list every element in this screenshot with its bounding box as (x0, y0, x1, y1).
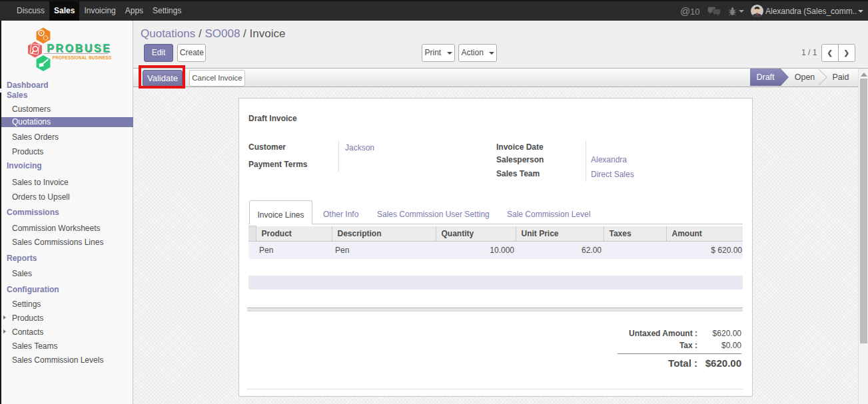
svg-text:PROFESSIONAL BUSINESS: PROFESSIONAL BUSINESS (53, 55, 112, 60)
svg-text:Paid: Paid (832, 73, 849, 82)
svg-text:Open: Open (795, 73, 815, 82)
svg-text:Draft: Draft (756, 73, 775, 82)
svg-text:PROBUSE: PROBUSE (47, 43, 111, 54)
